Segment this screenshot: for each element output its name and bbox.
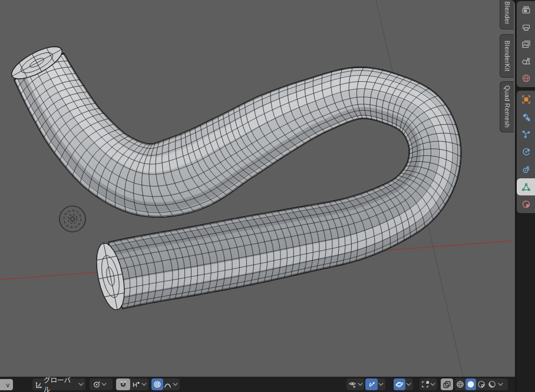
chevron-down-icon	[378, 383, 384, 386]
shading-material-button[interactable]	[476, 378, 487, 390]
modifier-wrench-icon	[521, 112, 531, 122]
partial-mode-label: v	[6, 381, 10, 388]
scene-icon	[521, 57, 531, 66]
empty-object[interactable]	[60, 206, 85, 232]
transform-orientation-dropdown[interactable]: グローバル	[32, 378, 85, 390]
viewport-editor: o Blender BlenderKit Quad Remesh v	[0, 0, 515, 392]
proportional-edit-group	[151, 378, 180, 390]
overlay-sphere-icon	[395, 380, 404, 388]
dashed-square-icon	[421, 380, 430, 388]
solid-sphere-icon	[467, 380, 475, 388]
partial-mode-button[interactable]: v	[0, 379, 13, 390]
tab-modifier-properties[interactable]	[517, 108, 535, 125]
rendered-sphere-icon	[488, 380, 496, 388]
snap-group	[116, 378, 148, 390]
sidebar-tab-label: BlenderKit	[504, 41, 511, 71]
shading-rendered-button[interactable]	[487, 378, 497, 390]
object-visibility-dropdown[interactable]	[346, 378, 364, 390]
properties-editor-nav	[517, 0, 535, 392]
particles-icon	[521, 129, 531, 139]
render-icon	[521, 5, 531, 15]
sidebar-tab-quad-remesh[interactable]: Quad Remesh	[500, 81, 514, 132]
chevron-down-icon	[498, 383, 503, 386]
tab-object-properties[interactable]	[517, 91, 535, 108]
proportional-edit-icon	[153, 380, 161, 388]
orientation-gizmo-icon	[35, 380, 43, 388]
shading-wireframe-button[interactable]	[455, 378, 465, 390]
xray-toggle[interactable]	[441, 378, 453, 390]
tab-render-properties[interactable]	[517, 1, 535, 18]
material-icon	[521, 200, 531, 209]
chevron-down-icon	[358, 383, 363, 386]
chevron-down-icon	[173, 383, 178, 386]
tab-scene-properties[interactable]	[517, 53, 535, 70]
chevron-down-icon	[406, 383, 411, 386]
chevron-down-icon	[78, 383, 84, 386]
sidebar-tab-label: o Blender	[504, 0, 511, 24]
snap-toggle-button[interactable]	[116, 378, 130, 390]
output-icon	[521, 22, 531, 32]
pivot-point-icon	[93, 380, 101, 388]
tab-output-properties[interactable]	[517, 18, 535, 35]
falloff-button[interactable]	[163, 378, 172, 390]
sidebar-tab-label: Quad Remesh	[504, 85, 511, 128]
smooth-falloff-icon	[164, 381, 171, 388]
tab-particle-properties[interactable]	[517, 126, 535, 143]
viewport-canvas[interactable]	[0, 0, 515, 377]
chevron-down-icon	[430, 383, 435, 386]
snap-target-button[interactable]	[130, 378, 141, 390]
snap-increment-icon	[131, 380, 140, 388]
chevron-down-icon	[141, 383, 147, 386]
tab-physics-properties[interactable]	[517, 143, 535, 160]
tube-mesh[interactable]	[12, 46, 461, 310]
pivot-point-dropdown[interactable]	[90, 378, 113, 390]
tab-view-layer-properties[interactable]	[517, 35, 535, 52]
object-data-icon	[521, 182, 531, 192]
gizmo-arrow-icon	[368, 380, 376, 388]
xray-squares-icon	[442, 380, 451, 389]
wireframe-sphere-icon	[456, 380, 464, 388]
shading-solid-button[interactable]	[465, 378, 476, 390]
show-overlays-toggle[interactable]	[394, 378, 405, 390]
constraints-icon	[521, 165, 531, 174]
edit-options-dropdown[interactable]	[420, 378, 437, 390]
physics-icon	[521, 147, 531, 157]
overlays-group	[394, 378, 413, 390]
chevron-down-icon	[101, 383, 107, 386]
blender-window: o Blender BlenderKit Quad Remesh v	[0, 0, 535, 392]
shading-group	[455, 378, 508, 390]
show-gizmos-toggle[interactable]	[365, 378, 378, 390]
sidebar-tab-blenderkit[interactable]: BlenderKit	[500, 34, 514, 78]
gizmos-group	[365, 378, 385, 390]
tab-object-data-properties[interactable]	[517, 178, 535, 196]
world-icon	[521, 74, 531, 83]
sidebar-tab-blender[interactable]: o Blender	[500, 0, 514, 29]
view-layer-icon	[521, 39, 531, 49]
proportional-edit-toggle[interactable]	[151, 378, 163, 390]
object-icon	[521, 95, 531, 104]
orientation-label: グローバル	[43, 375, 78, 392]
magnet-icon	[119, 380, 127, 388]
viewport-header: v グローバル	[0, 377, 515, 392]
tab-material-properties[interactable]	[517, 196, 535, 213]
material-sphere-icon	[477, 380, 486, 388]
eye-pointer-icon	[348, 380, 357, 389]
viewport-scene[interactable]	[0, 0, 515, 377]
tab-constraint-properties[interactable]	[517, 161, 535, 178]
tab-world-properties[interactable]	[517, 70, 535, 87]
